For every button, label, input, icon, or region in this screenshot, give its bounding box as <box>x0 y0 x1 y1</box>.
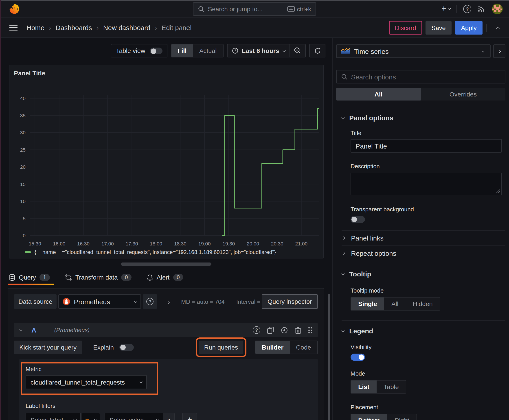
code-option[interactable]: Code <box>290 341 317 354</box>
metric-value: cloudflared_tunnel_total_requests <box>30 378 125 386</box>
discard-button[interactable]: Discard <box>389 21 422 34</box>
query-help-icon[interactable]: ? <box>253 326 260 334</box>
timeseries-chart[interactable]: 15:3016:0016:3017:0017:3018:0018:3019:00… <box>13 78 324 252</box>
breadcrumb-home[interactable]: Home <box>26 24 45 31</box>
panel-links-section[interactable]: Panel links <box>342 231 505 246</box>
repeat-options-section[interactable]: Repeat options <box>342 246 505 261</box>
viz-suggestions-button[interactable] <box>493 45 505 58</box>
keyboard-icon <box>287 6 295 12</box>
query-options-summary[interactable]: MD = auto = 704 Interval = 30s <box>181 298 272 305</box>
global-search-input[interactable]: Search or jump to... ctrl+k <box>193 2 316 16</box>
add-filter-button[interactable]: + <box>182 413 197 420</box>
query-builder-card: Metric cloudflared_tunnel_total_requests… <box>19 359 318 420</box>
time-range-picker[interactable]: Last 6 hours <box>228 47 290 54</box>
remove-filter-button[interactable]: x <box>163 413 175 420</box>
table-view-toggle[interactable] <box>150 47 162 54</box>
select-label-dropdown[interactable]: Select label <box>26 413 81 420</box>
transparent-background-toggle[interactable] <box>350 216 365 223</box>
search-icon <box>341 74 347 80</box>
breadcrumb-edit-panel: Edit panel <box>162 24 191 31</box>
svg-text:25: 25 <box>20 147 26 153</box>
description-textarea[interactable] <box>350 173 502 195</box>
datasource-value: Prometheus <box>74 298 110 305</box>
series-color-swatch[interactable] <box>25 251 31 253</box>
legend-mode-list[interactable]: List <box>351 381 377 393</box>
explain-label: Explain <box>93 344 114 351</box>
legend-section-header[interactable]: Legend <box>342 327 505 335</box>
drag-handle-icon[interactable] <box>308 326 312 334</box>
help-icon[interactable]: ? <box>463 5 471 13</box>
resize-grip-icon[interactable] <box>496 189 500 193</box>
operator-dropdown[interactable]: = <box>82 413 100 420</box>
panel-preview: Panel Title 15:3016:0016:3017:0017:3018:… <box>9 65 324 258</box>
tab-query[interactable]: Query 1 <box>9 274 50 285</box>
builder-code-switch: Builder Code <box>255 341 318 354</box>
run-queries-button[interactable]: Run queries <box>199 341 243 354</box>
breadcrumb: Home › Dashboards › New dashboard › Edit… <box>26 24 191 31</box>
duplicate-query-icon[interactable] <box>267 326 274 334</box>
collapse-options-pane-icon[interactable] <box>493 22 503 33</box>
actual-option[interactable]: Actual <box>193 45 223 57</box>
builder-option[interactable]: Builder <box>256 341 290 354</box>
zoom-out-button[interactable] <box>290 45 305 57</box>
series-legend-label[interactable]: {__name__="cloudflared_tunnel_total_requ… <box>35 249 276 255</box>
tab-all[interactable]: All <box>336 88 421 100</box>
grafana-app: Search or jump to... ctrl+k + ? Home › D… <box>0 0 509 420</box>
tooltip-section-header[interactable]: Tooltip <box>342 270 505 278</box>
legend-placement-label: Placement <box>350 404 502 411</box>
query-item-a: A (Prometheus) ? Kick start your query <box>14 323 318 420</box>
menu-icon[interactable] <box>9 25 17 30</box>
panel-options-header[interactable]: Panel options <box>342 114 505 122</box>
datasource-help-button[interactable]: ? <box>143 294 157 309</box>
news-rss-icon[interactable] <box>478 5 486 13</box>
legend-visibility-toggle[interactable] <box>350 354 365 361</box>
svg-text:19:30: 19:30 <box>222 241 235 247</box>
save-button[interactable]: Save <box>425 21 452 34</box>
legend-placement-bottom[interactable]: Bottom <box>351 414 387 420</box>
visualization-picker[interactable]: Time series <box>336 45 491 58</box>
label-filters-label: Label filters <box>26 403 311 409</box>
new-button[interactable]: + <box>441 4 450 14</box>
query-a-header[interactable]: A (Prometheus) ? <box>14 323 318 337</box>
table-view-control[interactable]: Table view <box>111 44 167 57</box>
query-inspector-button[interactable]: Query inspector <box>262 294 318 309</box>
tooltip-mode-all[interactable]: All <box>384 298 406 310</box>
all-overrides-tabs: All Overrides <box>336 88 505 100</box>
panel-title: Panel Title <box>13 68 319 77</box>
query-collapse-icon[interactable] <box>19 328 22 331</box>
grafana-logo-icon[interactable] <box>9 3 20 14</box>
tab-alert[interactable]: Alert 0 <box>147 274 183 285</box>
panel-resize-handle[interactable] <box>121 262 211 266</box>
search-icon <box>198 6 204 12</box>
legend-placement-right[interactable]: Right <box>387 414 416 420</box>
breadcrumb-new-dashboard[interactable]: New dashboard <box>103 24 150 31</box>
fill-option[interactable]: Fill <box>171 45 193 57</box>
query-ref-id: A <box>31 326 36 334</box>
datasource-picker[interactable]: Prometheus <box>59 294 141 309</box>
options-search-input[interactable]: Search options <box>336 70 505 83</box>
query-options-toggle-icon[interactable] <box>167 298 169 306</box>
delete-query-icon[interactable] <box>295 326 301 334</box>
svg-text:16:00: 16:00 <box>53 241 65 247</box>
select-value-dropdown[interactable]: Select value <box>105 413 163 420</box>
title-label: Title <box>350 130 502 136</box>
left-pane-scrollbar[interactable] <box>328 294 330 420</box>
legend-mode-table[interactable]: Table <box>377 381 406 393</box>
explain-toggle[interactable] <box>119 344 134 351</box>
top-nav: Search or jump to... ctrl+k + ? <box>0 0 509 18</box>
panel-edit-left-pane: Table view Fill Actual Last 6 hours <box>0 38 332 420</box>
editor-tabs: Query 1 Transform data 0 Alert 0 <box>9 271 332 285</box>
user-avatar[interactable] <box>492 3 503 14</box>
tooltip-mode-hidden[interactable]: Hidden <box>406 298 440 310</box>
tab-overrides[interactable]: Overrides <box>421 88 505 100</box>
hide-response-eye-icon[interactable] <box>281 326 288 334</box>
breadcrumb-dashboards[interactable]: Dashboards <box>56 24 92 31</box>
tooltip-mode-single[interactable]: Single <box>351 298 384 310</box>
metric-select[interactable]: cloudflared_tunnel_total_requests <box>26 375 147 389</box>
panel-title-input[interactable]: Panel Title <box>350 139 502 153</box>
kick-start-query-button[interactable]: Kick start your query <box>14 341 82 354</box>
tab-transform-data[interactable]: Transform data 0 <box>65 274 131 285</box>
zoom-out-icon <box>294 47 301 54</box>
apply-button[interactable]: Apply <box>455 21 483 34</box>
refresh-button[interactable] <box>309 44 326 57</box>
